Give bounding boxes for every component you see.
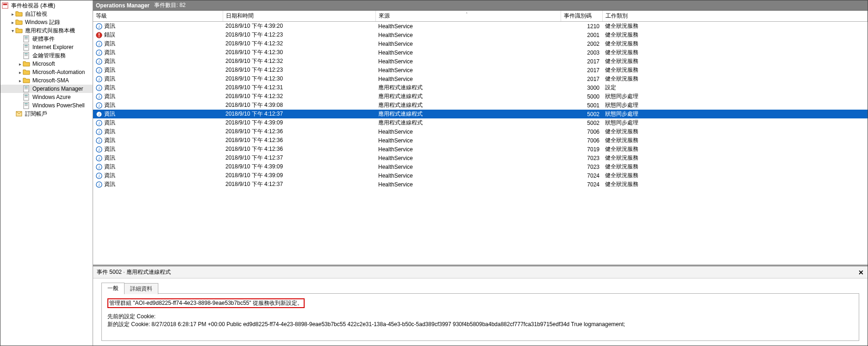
table-row[interactable]: i資訊2018/9/10 下午 4:12:32HealthService2002…: [93, 39, 868, 48]
tab-general[interactable]: 一般: [101, 283, 125, 294]
svg-rect-13: [25, 56, 28, 56]
table-row[interactable]: i資訊2018/9/10 下午 4:39:08應用程式連線程式5001狀態同步處…: [93, 101, 868, 110]
cell-datetime: 2018/9/10 下午 4:12:23: [223, 66, 375, 74]
tree-item[interactable]: ▸自訂檢視: [0, 10, 93, 18]
cell-source: HealthService: [375, 171, 561, 180]
info-icon: i: [96, 120, 102, 126]
col-level[interactable]: 等級: [93, 11, 223, 22]
column-header-row[interactable]: 等級 日期和時間 來源˄ 事件識別碼 工作類別: [93, 11, 868, 22]
cell-source: 應用程式連線程式: [375, 92, 561, 101]
cell-level: 資訊: [104, 93, 115, 99]
event-grid-scroll[interactable]: 等級 日期和時間 來源˄ 事件識別碼 工作類別 i資訊2018/9/10 下午 …: [93, 11, 868, 265]
cell-source: HealthService: [375, 74, 561, 83]
cell-category: 設定: [602, 83, 868, 92]
log-icon: [23, 85, 30, 93]
table-row[interactable]: i資訊2018/9/10 下午 4:12:36HealthService7019…: [93, 145, 868, 154]
svg-rect-31: [99, 36, 100, 37]
cell-datetime: 2018/9/10 下午 4:12:37: [223, 180, 375, 189]
tree-item[interactable]: Windows PowerShell: [0, 101, 93, 110]
tab-details[interactable]: 詳細資料: [124, 283, 158, 294]
tree-item[interactable]: Internet Explorer: [0, 43, 93, 51]
cell-category: 狀態同步處理: [602, 92, 868, 101]
close-icon[interactable]: ✕: [858, 269, 864, 276]
table-row[interactable]: i資訊2018/9/10 下午 4:12:32應用程式連線程式5000狀態同步處…: [93, 92, 868, 101]
table-row[interactable]: i資訊2018/9/10 下午 4:39:20HealthService1210…: [93, 22, 868, 31]
svg-rect-9: [25, 47, 28, 48]
navigation-tree[interactable]: 事件檢視器 (本機) ▸自訂檢視▸Windows 記錄▾應用程式與服務本機硬體事…: [0, 0, 93, 346]
tree-item[interactable]: ▾應用程式與服務本機: [0, 26, 93, 35]
col-category[interactable]: 工作類別: [602, 11, 868, 22]
svg-text:i: i: [99, 76, 100, 81]
log-icon: [23, 35, 30, 43]
cell-category: 健全狀況服務: [602, 57, 868, 66]
info-icon: i: [96, 137, 102, 144]
cell-datetime: 2018/9/10 下午 4:12:30: [223, 48, 375, 57]
tree-expand-icon[interactable]: ▸: [17, 70, 23, 75]
table-row[interactable]: i資訊2018/9/10 下午 4:12:37HealthService7024…: [93, 180, 868, 189]
info-icon: i: [96, 111, 102, 117]
tree-item-label: Windows 記錄: [24, 19, 61, 26]
svg-rect-25: [25, 105, 28, 106]
tree-item[interactable]: ▸Microsoft-Automation: [0, 68, 93, 76]
svg-text:i: i: [99, 164, 100, 169]
cell-eventid: 5002: [561, 110, 602, 118]
event-grid[interactable]: 等級 日期和時間 來源˄ 事件識別碼 工作類別 i資訊2018/9/10 下午 …: [93, 11, 868, 189]
cell-level: 資訊: [104, 75, 115, 82]
tree-expand-icon[interactable]: ▸: [10, 12, 15, 17]
cell-source: HealthService: [375, 136, 561, 145]
col-source[interactable]: 來源˄: [375, 11, 561, 22]
tree-expand-icon[interactable]: ▾: [10, 28, 15, 33]
table-row[interactable]: i資訊2018/9/10 下午 4:12:30HealthService2003…: [93, 48, 868, 57]
table-row[interactable]: i資訊2018/9/10 下午 4:12:30HealthService2017…: [93, 74, 868, 83]
cell-source: HealthService: [375, 57, 561, 66]
table-row[interactable]: i資訊2018/9/10 下午 4:12:32HealthService2017…: [93, 57, 868, 66]
info-icon: i: [96, 93, 102, 100]
tree-item[interactable]: ▸Windows 記錄: [0, 18, 93, 26]
table-row[interactable]: i資訊2018/9/10 下午 4:12:23HealthService2017…: [93, 66, 868, 74]
tree-item-label: Windows PowerShell: [31, 102, 86, 109]
grid-count: 事件數目: 82: [154, 1, 186, 9]
cell-eventid: 7006: [561, 127, 602, 136]
svg-text:i: i: [99, 147, 100, 152]
tree-item[interactable]: Windows Azure: [0, 93, 93, 101]
col-eventid[interactable]: 事件識別碼: [561, 11, 602, 22]
table-row[interactable]: i資訊2018/9/10 下午 4:12:31應用程式連線程式3000設定: [93, 83, 868, 92]
tree-root[interactable]: 事件檢視器 (本機): [0, 1, 93, 10]
table-row[interactable]: i資訊2018/9/10 下午 4:12:36HealthService7006…: [93, 136, 868, 145]
tree-item[interactable]: 訂閱帳戶: [0, 110, 93, 118]
cell-eventid: 7023: [561, 154, 602, 162]
log-icon: [23, 43, 30, 51]
detail-highlight: 管理群組 "AOI-ed9d8225-ff74-4e23-8898-9eae53…: [107, 298, 305, 308]
tree-item[interactable]: 硬體事件: [0, 35, 93, 43]
cell-datetime: 2018/9/10 下午 4:12:32: [223, 92, 375, 101]
info-icon: i: [96, 67, 102, 74]
tree-item[interactable]: ▸Microsoft: [0, 60, 93, 68]
cell-source: HealthService: [375, 39, 561, 48]
cell-level: 資訊: [104, 146, 115, 152]
table-row[interactable]: i資訊2018/9/10 下午 4:12:36HealthService7006…: [93, 127, 868, 136]
folder-icon: [23, 60, 30, 68]
detail-body[interactable]: 管理群組 "AOI-ed9d8225-ff74-4e23-8898-9eae53…: [101, 293, 859, 341]
tree-expand-icon[interactable]: ▸: [17, 78, 23, 83]
table-row[interactable]: i資訊2018/9/10 下午 4:39:09應用程式連線程式5002狀態同步處…: [93, 118, 868, 127]
tree-expand-icon[interactable]: ▸: [10, 20, 15, 25]
cell-datetime: 2018/9/10 下午 4:12:37: [223, 154, 375, 162]
cell-category: 健全狀況服務: [602, 171, 868, 180]
tree-item[interactable]: 金鑰管理服務: [0, 51, 93, 60]
cell-source: 應用程式連線程式: [375, 83, 561, 92]
svg-text:i: i: [99, 103, 100, 108]
cell-eventid: 1210: [561, 22, 602, 31]
table-row[interactable]: 錯誤2018/9/10 下午 4:12:23HealthService2001健…: [93, 31, 868, 39]
table-row[interactable]: i資訊2018/9/10 下午 4:39:09HealthService7023…: [93, 162, 868, 171]
tree-item[interactable]: Operations Manager: [0, 85, 93, 93]
cell-datetime: 2018/9/10 下午 4:12:31: [223, 83, 375, 92]
table-row[interactable]: i資訊2018/9/10 下午 4:39:09HealthService7024…: [93, 171, 868, 180]
tree-item[interactable]: ▸Microsoft-SMA: [0, 76, 93, 85]
svg-rect-17: [25, 89, 28, 89]
col-datetime[interactable]: 日期和時間: [223, 11, 375, 22]
table-row[interactable]: i資訊2018/9/10 下午 4:12:37應用程式連線程式5002狀態同步處…: [93, 110, 868, 118]
log-icon: [23, 102, 30, 109]
cell-datetime: 2018/9/10 下午 4:12:36: [223, 136, 375, 145]
tree-expand-icon[interactable]: ▸: [17, 62, 23, 67]
table-row[interactable]: i資訊2018/9/10 下午 4:12:37HealthService7023…: [93, 154, 868, 162]
